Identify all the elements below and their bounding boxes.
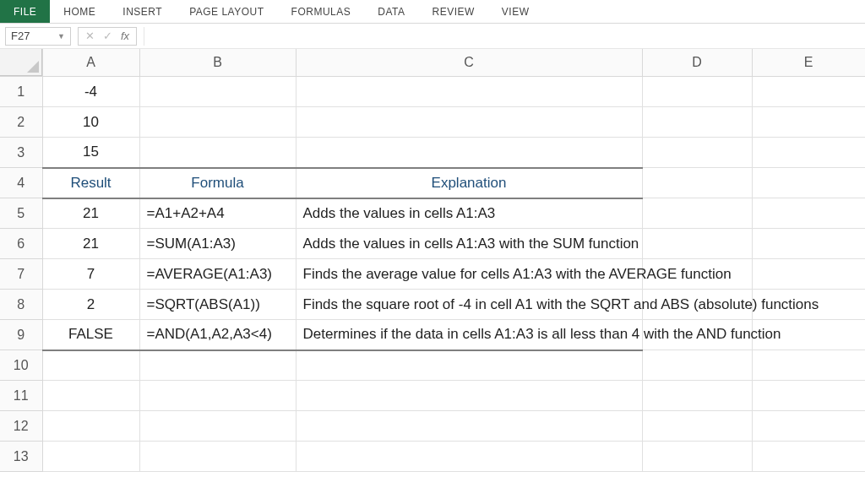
ribbon-tab-data[interactable]: DATA [364,0,418,23]
cell-B11[interactable] [139,381,296,411]
ribbon-tab-file[interactable]: FILE [0,0,50,23]
row-header-13[interactable]: 13 [0,442,42,472]
cell-D2[interactable] [642,107,752,138]
cell-C4[interactable]: Explanation [296,168,642,198]
cell-B13[interactable] [139,442,296,472]
chevron-down-icon[interactable]: ▼ [57,32,65,41]
cell-B6[interactable]: =SUM(A1:A3) [139,229,296,259]
cancel-icon[interactable]: ✕ [85,30,95,42]
name-box-value: F27 [11,30,30,42]
cell-C8[interactable]: Finds the square root of -4 in cell A1 w… [296,290,642,320]
cell-A5[interactable]: 21 [42,198,139,229]
cell-A4[interactable]: Result [42,168,139,198]
cell-E1[interactable] [752,77,865,107]
column-header-E[interactable]: E [752,49,865,77]
cell-E12[interactable] [752,411,865,442]
cell-E6[interactable] [752,229,865,259]
formula-input[interactable] [144,27,860,46]
row-header-1[interactable]: 1 [0,77,42,107]
select-all-corner[interactable] [0,49,42,76]
cell-B5[interactable]: =A1+A2+A4 [139,198,296,229]
cell-C5[interactable]: Adds the values in cells A1:A3 [296,198,642,229]
ribbon-tab-view[interactable]: VIEW [488,0,543,23]
cell-B8[interactable]: =SQRT(ABS(A1)) [139,290,296,320]
cell-A8[interactable]: 2 [42,290,139,320]
ribbon-tab-home[interactable]: HOME [50,0,109,23]
row-header-8[interactable]: 8 [0,290,42,320]
row-header-7[interactable]: 7 [0,259,42,290]
row-8: 8 2 =SQRT(ABS(A1)) Finds the square root… [0,290,865,320]
cell-D10[interactable] [642,350,752,381]
cell-E4[interactable] [752,168,865,198]
cell-A13[interactable] [42,442,139,472]
column-header-B[interactable]: B [139,49,296,77]
row-header-12[interactable]: 12 [0,411,42,442]
cell-C1[interactable] [296,77,642,107]
row-5: 5 21 =A1+A2+A4 Adds the values in cells … [0,198,865,229]
row-header-3[interactable]: 3 [0,138,42,168]
cell-B3[interactable] [139,138,296,168]
cell-B4[interactable]: Formula [139,168,296,198]
row-1: 1 -4 [0,77,865,107]
cell-D6[interactable] [642,229,752,259]
cell-C7[interactable]: Finds the average value for cells A1:A3 … [296,259,642,290]
cell-D3[interactable] [642,138,752,168]
cell-C11[interactable] [296,381,642,411]
column-header-D[interactable]: D [642,49,752,77]
cell-A9[interactable]: FALSE [42,320,139,350]
row-header-5[interactable]: 5 [0,198,42,229]
row-header-11[interactable]: 11 [0,381,42,411]
row-header-6[interactable]: 6 [0,229,42,259]
cell-A6[interactable]: 21 [42,229,139,259]
cell-C13[interactable] [296,442,642,472]
fx-icon[interactable]: fx [121,30,129,42]
cell-B10[interactable] [139,350,296,381]
cell-E2[interactable] [752,107,865,138]
cell-A1[interactable]: -4 [42,77,139,107]
row-9: 9 FALSE =AND(A1,A2,A3<4) Determines if t… [0,320,865,350]
cell-D13[interactable] [642,442,752,472]
accept-icon[interactable]: ✓ [103,30,112,42]
cell-E13[interactable] [752,442,865,472]
cell-A3[interactable]: 15 [42,138,139,168]
row-header-9[interactable]: 9 [0,320,42,350]
ribbon-tab-insert[interactable]: INSERT [109,0,176,23]
cell-A2[interactable]: 10 [42,107,139,138]
cell-D1[interactable] [642,77,752,107]
cell-B1[interactable] [139,77,296,107]
cell-E7[interactable] [752,259,865,290]
column-header-A[interactable]: A [42,49,139,77]
cell-D11[interactable] [642,381,752,411]
ribbon-tab-page-layout[interactable]: PAGE LAYOUT [176,0,277,23]
cell-D5[interactable] [642,198,752,229]
cell-C12[interactable] [296,411,642,442]
cell-A12[interactable] [42,411,139,442]
cell-A7[interactable]: 7 [42,259,139,290]
ribbon-tab-formulas[interactable]: FORMULAS [278,0,365,23]
cell-D4[interactable] [642,168,752,198]
cell-E10[interactable] [752,350,865,381]
row-header-4[interactable]: 4 [0,168,42,198]
cell-D12[interactable] [642,411,752,442]
cell-C10[interactable] [296,350,642,381]
cell-A10[interactable] [42,350,139,381]
name-box[interactable]: F27 ▼ [5,27,71,46]
row-header-2[interactable]: 2 [0,107,42,138]
cell-B12[interactable] [139,411,296,442]
row-13: 13 [0,442,865,472]
ribbon-tab-review[interactable]: REVIEW [418,0,487,23]
cell-E3[interactable] [752,138,865,168]
cell-C2[interactable] [296,107,642,138]
cell-C9[interactable]: Determines if the data in cells A1:A3 is… [296,320,642,350]
spreadsheet-grid: A B C D E 1 -4 2 10 3 15 4 Result Formul… [0,49,865,472]
cell-C6[interactable]: Adds the values in cells A1:A3 with the … [296,229,642,259]
cell-C3[interactable] [296,138,642,168]
cell-B9[interactable]: =AND(A1,A2,A3<4) [139,320,296,350]
cell-E5[interactable] [752,198,865,229]
cell-B7[interactable]: =AVERAGE(A1:A3) [139,259,296,290]
row-header-10[interactable]: 10 [0,350,42,381]
cell-B2[interactable] [139,107,296,138]
column-header-C[interactable]: C [296,49,642,77]
cell-E11[interactable] [752,381,865,411]
cell-A11[interactable] [42,381,139,411]
